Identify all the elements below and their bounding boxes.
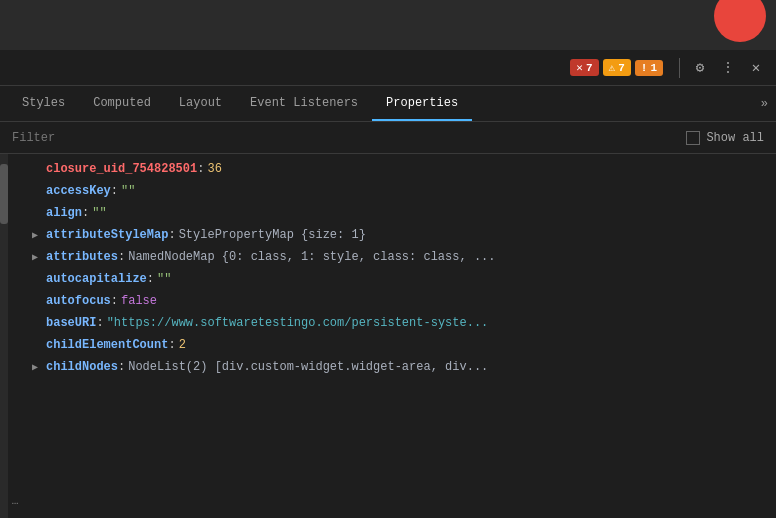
table-row: baseURI : "https://www.softwaretestingo.… [20, 312, 772, 334]
toolbar-separator [679, 58, 680, 78]
top-circle-decoration [714, 0, 766, 42]
prop-sep-3: : [168, 228, 175, 242]
more-icon[interactable]: ⋮ [716, 56, 740, 80]
table-row: ▶ attributes : NamedNodeMap {0: class, 1… [20, 246, 772, 268]
prop-sep-8: : [168, 338, 175, 352]
toolbar: ✕ 7 ⚠ 7 ! 1 ⚙ ⋮ ✕ [0, 50, 776, 86]
tab-layout[interactable]: Layout [165, 86, 236, 121]
prop-sep-2: : [82, 206, 89, 220]
expand-arrow-4[interactable]: ▶ [32, 251, 42, 263]
prop-key-9: childNodes [46, 360, 118, 374]
prop-sep-7: : [96, 316, 103, 330]
ellipsis-icon: … [12, 495, 19, 507]
warning-icon: ⚠ [609, 61, 616, 74]
prop-value-2: "" [92, 206, 106, 220]
filter-row: Show all [0, 122, 776, 154]
prop-key-8: childElementCount [46, 338, 168, 352]
show-all-group[interactable]: Show all [686, 131, 764, 145]
info-icon: ! [641, 62, 648, 74]
tab-styles[interactable]: Styles [8, 86, 79, 121]
table-row: closure_uid_754828501 : 36 [20, 158, 772, 180]
show-all-checkbox[interactable] [686, 131, 700, 145]
scrollbar[interactable] [0, 154, 8, 518]
prop-sep-6: : [111, 294, 118, 308]
ellipsis-button[interactable]: … [0, 490, 30, 512]
prop-value-3: StylePropertyMap {size: 1} [179, 228, 366, 242]
prop-key-2: align [46, 206, 82, 220]
more-symbol: ⋮ [721, 59, 735, 76]
prop-value-4: NamedNodeMap {0: class, 1: style, class:… [128, 250, 495, 264]
gear-icon[interactable]: ⚙ [688, 56, 712, 80]
tab-styles-label: Styles [22, 96, 65, 110]
gear-symbol: ⚙ [696, 59, 704, 76]
prop-key-6: autofocus [46, 294, 111, 308]
tab-event-listeners-label: Event Listeners [250, 96, 358, 110]
prop-key-0: closure_uid_754828501 [46, 162, 197, 176]
prop-key-1: accessKey [46, 184, 111, 198]
table-row: autocapitalize : "" [20, 268, 772, 290]
prop-value-6: false [121, 294, 157, 308]
table-row: accessKey : "" [20, 180, 772, 202]
tabs-row: Styles Computed Layout Event Listeners P… [0, 86, 776, 122]
prop-key-4: attributes [46, 250, 118, 264]
tab-event-listeners[interactable]: Event Listeners [236, 86, 372, 121]
prop-key-3: attributeStyleMap [46, 228, 168, 242]
prop-sep-5: : [147, 272, 154, 286]
scrollbar-thumb[interactable] [0, 164, 8, 224]
badge-group: ✕ 7 ⚠ 7 ! 1 [570, 59, 663, 76]
expand-arrow-3[interactable]: ▶ [32, 229, 42, 241]
error-icon: ✕ [576, 61, 583, 74]
prop-key-7: baseURI [46, 316, 96, 330]
prop-sep-4: : [118, 250, 125, 264]
prop-value-8: 2 [179, 338, 186, 352]
expand-arrow-9[interactable]: ▶ [32, 361, 42, 373]
tab-computed-label: Computed [93, 96, 151, 110]
close-symbol: ✕ [752, 59, 760, 76]
properties-content: closure_uid_754828501 : 36 accessKey : "… [0, 158, 776, 378]
table-row: autofocus : false [20, 290, 772, 312]
table-row: childElementCount : 2 [20, 334, 772, 356]
tab-computed[interactable]: Computed [79, 86, 165, 121]
error-badge[interactable]: ✕ 7 [570, 59, 598, 76]
prop-value-1: "" [121, 184, 135, 198]
warning-count: 7 [618, 62, 625, 74]
prop-key-5: autocapitalize [46, 272, 147, 286]
prop-value-9: NodeList(2) [div.custom-widget.widget-ar… [128, 360, 488, 374]
prop-sep-0: : [197, 162, 204, 176]
filter-input[interactable] [12, 131, 678, 145]
close-icon[interactable]: ✕ [744, 56, 768, 80]
table-row: align : "" [20, 202, 772, 224]
tab-layout-label: Layout [179, 96, 222, 110]
prop-value-0: 36 [207, 162, 221, 176]
error-count: 7 [586, 62, 593, 74]
prop-sep-9: : [118, 360, 125, 374]
top-area [0, 0, 776, 50]
table-row: ▶ childNodes : NodeList(2) [div.custom-w… [20, 356, 772, 378]
show-all-label: Show all [706, 131, 764, 145]
info-badge[interactable]: ! 1 [635, 60, 663, 76]
tab-properties[interactable]: Properties [372, 86, 472, 121]
info-count: 1 [650, 62, 657, 74]
table-row: ▶ attributeStyleMap : StylePropertyMap {… [20, 224, 772, 246]
tab-overflow-label: » [761, 97, 768, 111]
tab-properties-label: Properties [386, 96, 458, 110]
warning-badge[interactable]: ⚠ 7 [603, 59, 631, 76]
tab-overflow[interactable]: » [753, 86, 776, 121]
prop-value-5: "" [157, 272, 171, 286]
prop-value-7: "https://www.softwaretestingo.com/persis… [107, 316, 489, 330]
prop-sep-1: : [111, 184, 118, 198]
properties-panel: closure_uid_754828501 : 36 accessKey : "… [0, 154, 776, 518]
